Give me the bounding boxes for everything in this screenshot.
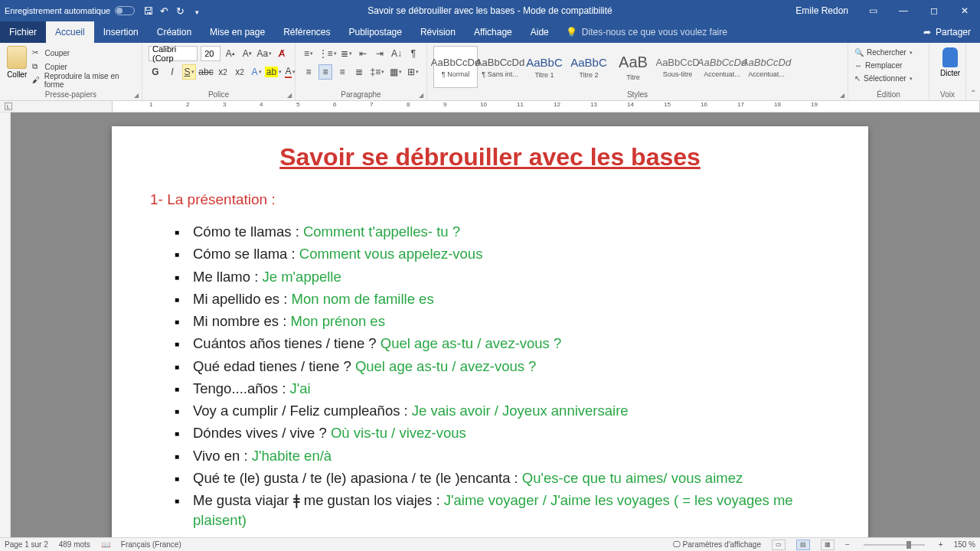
ruler-horizontal[interactable]: L 12345678910111213141516171819 [0,101,980,112]
increase-indent-icon[interactable]: ⇥ [373,46,387,61]
undo-icon[interactable]: ↶ [158,5,172,17]
tab-view[interactable]: Affichage [465,21,521,43]
dialog-launcher-icon[interactable]: ◢ [134,92,139,99]
multilevel-icon[interactable]: ≣▾ [339,46,353,61]
align-right-icon[interactable]: ≡ [335,64,349,80]
maximize-icon[interactable]: ◻ [919,0,949,21]
show-marks-icon[interactable]: ¶ [407,46,420,61]
minimize-icon[interactable]: — [888,0,919,21]
sort-icon[interactable]: A↓ [390,46,403,61]
style-card[interactable]: AaBbCcDd¶ Normal [433,46,478,88]
redo-icon[interactable]: ↻ [174,5,188,17]
list-item[interactable]: Qué edad tienes / tiene ? Quel age as-tu… [193,357,830,377]
dialog-launcher-icon[interactable]: ◢ [287,92,292,99]
font-name-select[interactable]: Calibri (Corp [149,46,198,61]
zoom-level[interactable]: 150 % [954,540,975,549]
page-indicator[interactable]: Page 1 sur 2 [5,540,48,549]
text-effects-icon[interactable]: A▾ [250,64,263,80]
list-item[interactable]: Me llamo : Je m'appelle [193,267,830,287]
style-card[interactable]: AaBbCcDdAccentuat... [744,46,789,88]
numbering-icon[interactable]: ⋮≡▾ [318,46,336,61]
save-icon[interactable]: 🖫 [141,5,155,17]
language-indicator[interactable]: Français (France) [121,540,181,549]
underline-button[interactable]: S▾ [182,64,196,80]
share-button[interactable]: ➦Partager [914,21,980,43]
spellcheck-icon[interactable]: 📖 [101,540,110,549]
format-painter-button[interactable]: 🖌Reproduire la mise en forme [32,73,136,87]
section-heading[interactable]: 1- La présentation : [150,191,830,208]
tab-insert[interactable]: Insertion [94,21,148,43]
zoom-in-icon[interactable]: + [939,540,943,549]
strike-button[interactable]: abc [199,64,213,80]
tab-references[interactable]: Références [274,21,339,43]
zoom-out-icon[interactable]: − [845,540,850,549]
subscript-button[interactable]: x2 [216,64,230,80]
tab-home[interactable]: Accueil [46,21,94,43]
justify-icon[interactable]: ≣ [352,64,366,80]
document-area[interactable]: Savoir se débrouiller avec les bases 1- … [0,112,980,537]
tab-layout[interactable]: Mise en page [201,21,274,43]
find-button[interactable]: 🔍Rechercher ▾ [854,46,923,59]
bullets-icon[interactable]: ≡▾ [302,46,315,61]
print-layout-icon[interactable]: ▤ [796,540,810,550]
tab-help[interactable]: Aide [521,21,558,43]
shrink-font-icon[interactable]: A▾ [240,46,254,61]
user-name[interactable]: Emile Redon [795,5,848,16]
dictate-button[interactable]: Dicter [936,46,965,77]
list-item[interactable]: Vivo en : J'habite en/à [193,446,830,466]
paste-button[interactable]: Coller [6,46,28,87]
list-item[interactable]: Tengo....años : J'ai [193,379,830,399]
font-size-select[interactable]: 20 [201,46,220,61]
document-page[interactable]: Savoir se débrouiller avec les bases 1- … [112,126,868,537]
bold-button[interactable]: G [149,64,162,80]
style-card[interactable]: AaBTitre [611,46,655,88]
doc-title[interactable]: Savoir se débrouiller avec les bases [150,143,830,171]
close-icon[interactable]: ✕ [949,0,980,21]
list-item[interactable]: Voy a cumplir / Feliz cumpleaños : Je va… [193,401,830,421]
qat-more-icon[interactable]: ▾ [190,8,204,16]
autosave-toggle[interactable]: Enregistrement automatique [5,6,135,15]
change-case-icon[interactable]: Aa▾ [257,46,272,61]
word-count[interactable]: 489 mots [59,540,90,549]
line-spacing-icon[interactable]: ‡≡▾ [369,64,386,80]
cut-button[interactable]: ✂Couper [32,46,136,60]
read-mode-icon[interactable]: ▭ [772,540,786,550]
list-item[interactable]: Mi apellido es : Mon nom de famille es [193,289,830,309]
list-item[interactable]: Me gusta viajar ǂ me gustan los viajes :… [193,491,830,531]
ruler-vertical[interactable] [0,112,11,537]
tab-design[interactable]: Création [148,21,201,43]
style-card[interactable]: AaBbCcDd¶ Sans int... [478,46,522,88]
borders-icon[interactable]: ⊞▾ [407,64,420,80]
list-item[interactable]: Dóndes vives / vive ? Où vis-tu / vivez-… [193,423,830,443]
styles-gallery[interactable]: AaBbCcDd¶ NormalAaBbCcDd¶ Sans int...AaB… [433,46,841,88]
web-layout-icon[interactable]: ▦ [821,540,835,550]
list-item[interactable]: Qué te (le) gusta / te (le) apasiona / t… [193,468,830,488]
clear-format-icon[interactable]: A̸ [275,46,289,61]
display-settings[interactable]: 🖵 Paramètres d'affichage [673,540,761,549]
tab-mailings[interactable]: Publipostage [340,21,411,43]
align-left-icon[interactable]: ≡ [302,64,315,80]
tell-me[interactable]: 💡Dites-nous ce que vous voulez faire [558,21,914,43]
list-item[interactable]: Cómo se llama : Comment vous appelez-vou… [193,244,830,264]
zoom-slider[interactable] [864,544,925,546]
highlight-icon[interactable]: ab▾ [266,64,280,80]
decrease-indent-icon[interactable]: ⇤ [356,46,370,61]
tab-review[interactable]: Révision [411,21,465,43]
superscript-button[interactable]: x2 [233,64,247,80]
select-button[interactable]: ↖Sélectionner ▾ [854,72,923,85]
style-card[interactable]: AaBbCTitre 1 [522,46,567,88]
dialog-launcher-icon[interactable]: ◢ [840,92,844,99]
tab-selector-icon[interactable]: L [5,103,12,110]
list-item[interactable]: Cómo te llamas : Comment t'appelles- tu … [193,222,830,242]
shading-icon[interactable]: ▦▾ [389,64,403,80]
italic-button[interactable]: I [165,64,179,80]
replace-button[interactable]: ↔Remplacer [854,59,923,72]
grow-font-icon[interactable]: A▴ [224,46,237,61]
list-item[interactable]: Cuántos años tienes / tiene ? Quel age a… [193,334,830,354]
style-card[interactable]: AaBbCTitre 2 [567,46,611,88]
align-center-icon[interactable]: ≡ [318,64,332,80]
dialog-launcher-icon[interactable]: ◢ [419,92,423,99]
style-card[interactable]: AaBbCcDdAccentuat... [700,46,744,88]
tab-file[interactable]: Fichier [0,21,46,43]
ribbon-options-icon[interactable]: ▭ [858,0,888,21]
